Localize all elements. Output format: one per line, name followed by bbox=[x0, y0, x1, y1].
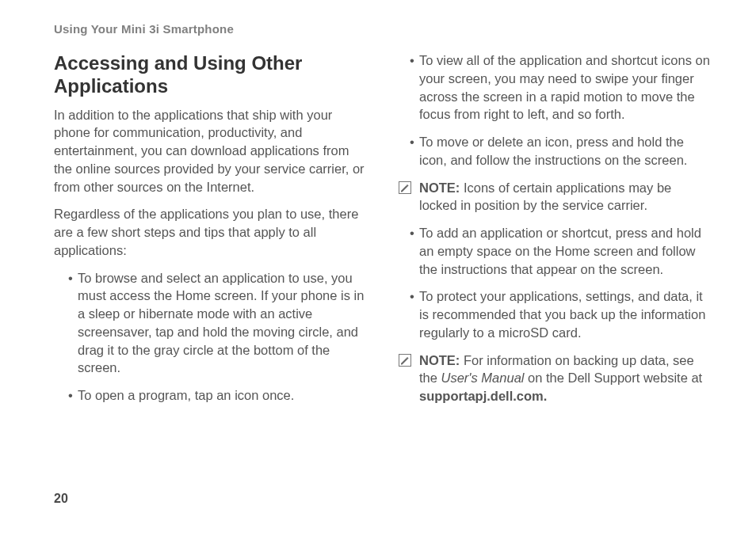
right-column: To view all of the application and short… bbox=[395, 51, 712, 415]
left-column: Accessing and Using Other Applications I… bbox=[54, 51, 370, 415]
right-bullet-list-2: To add an application or shortcut, press… bbox=[395, 224, 712, 342]
two-column-layout: Accessing and Using Other Applications I… bbox=[54, 51, 712, 415]
intro-paragraph-2: Regardless of the applications you plan … bbox=[54, 205, 370, 259]
list-item: To protect your applications, settings, … bbox=[410, 287, 712, 341]
right-bullet-list-1: To view all of the application and short… bbox=[395, 51, 712, 169]
list-item: To add an application or shortcut, press… bbox=[410, 224, 712, 278]
page-number: 20 bbox=[54, 492, 68, 506]
note-1-text: NOTE: Icons of certain applications may … bbox=[419, 179, 712, 215]
list-item: To move or delete an icon, press and hol… bbox=[410, 133, 712, 169]
section-title: Accessing and Using Other Applications bbox=[54, 51, 370, 98]
list-item: To browse and select an application to u… bbox=[68, 269, 370, 378]
intro-paragraph-1: In addition to the applications that shi… bbox=[54, 106, 370, 196]
note-2: NOTE: For information on backing up data… bbox=[395, 352, 712, 405]
running-head: Using Your Mini 3i Smartphone bbox=[54, 22, 712, 36]
note-italic: User's Manual bbox=[441, 371, 525, 385]
pencil-note-icon bbox=[399, 181, 411, 194]
note-bold: supportapj.dell.com. bbox=[419, 389, 547, 403]
pencil-note-icon bbox=[399, 354, 411, 367]
list-item: To open a program, tap an icon once. bbox=[68, 386, 370, 405]
note-2-text: NOTE: For information on backing up data… bbox=[419, 352, 712, 405]
list-item: To view all of the application and short… bbox=[410, 51, 712, 124]
note-label: NOTE: bbox=[419, 181, 460, 195]
note-label: NOTE: bbox=[419, 353, 460, 367]
note-1: NOTE: Icons of certain applications may … bbox=[395, 179, 712, 215]
left-bullet-list: To browse and select an application to u… bbox=[54, 269, 370, 405]
note-mid: on the Dell Support website at bbox=[524, 371, 702, 385]
page: Using Your Mini 3i Smartphone Accessing … bbox=[0, 0, 756, 536]
